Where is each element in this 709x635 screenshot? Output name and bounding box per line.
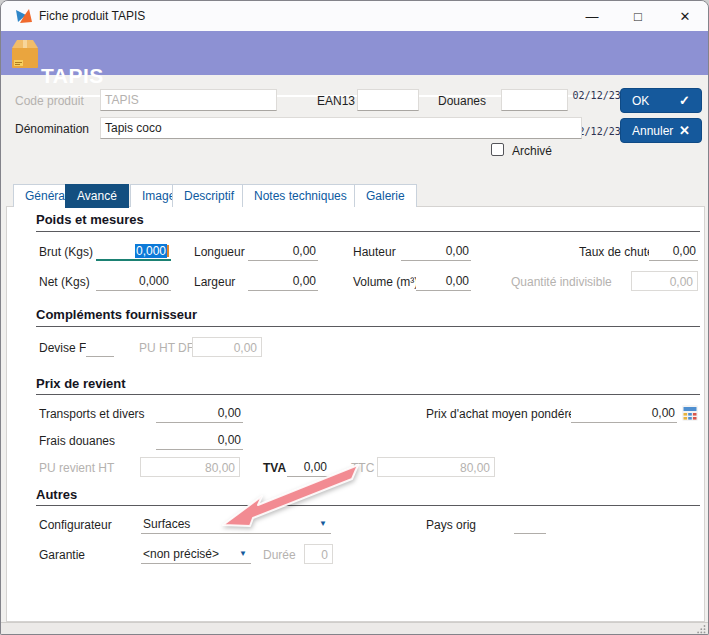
hauteur-label: Hauteur: [353, 245, 396, 259]
app-logo-icon: [14, 7, 32, 25]
transports-field[interactable]: 0,00: [156, 403, 243, 423]
tva-field[interactable]: 0,00: [287, 457, 329, 477]
brut-label: Brut (Kgs): [39, 245, 93, 259]
code-produit-label: Code produit: [15, 94, 84, 108]
pu-revient-ht-field: 80,00: [140, 457, 240, 477]
cancel-button[interactable]: Annuler ✕: [620, 118, 702, 143]
maximize-button[interactable]: □: [617, 1, 659, 31]
status-footer: [1, 622, 708, 635]
tab-descriptif[interactable]: Descriptif: [172, 184, 246, 207]
text-caret: [167, 245, 169, 257]
cancel-button-label: Annuler: [632, 124, 673, 138]
minimize-button[interactable]: —: [571, 1, 613, 31]
douanes-label: Douanes: [438, 94, 486, 108]
tab-notes-techniques[interactable]: Notes techniques: [242, 184, 359, 207]
ean13-label: EAN13: [317, 94, 355, 108]
duree-field: 0: [304, 544, 333, 564]
archive-label: Archivé: [512, 144, 552, 158]
section-divider: [36, 394, 700, 395]
configurateur-value: Surfaces: [143, 517, 190, 531]
section-divider: [36, 505, 700, 506]
section-title-poids: Poids et mesures: [36, 212, 144, 227]
resize-grip[interactable]: [696, 624, 706, 634]
brut-field[interactable]: 0,000: [96, 241, 171, 261]
tva-label: TVA: [263, 461, 286, 475]
frais-douanes-label: Frais douanes: [39, 434, 115, 448]
ok-button[interactable]: OK ✓: [620, 88, 702, 113]
product-sheet-window: Fiche produit TAPIS — □ ✕ TAPIS 3 02/12/…: [0, 0, 709, 635]
cross-icon: ✕: [679, 123, 690, 138]
quantite-indivisible-label: Quantité indivisible: [511, 275, 612, 289]
pays-orig-field[interactable]: [514, 514, 546, 534]
package-icon: [9, 36, 41, 70]
garantie-label: Garantie: [39, 548, 85, 562]
calculator-icon[interactable]: [682, 405, 698, 421]
section-divider: [36, 326, 700, 327]
tab-galerie[interactable]: Galerie: [354, 184, 417, 207]
garantie-dropdown[interactable]: <non précisé> ▼: [141, 544, 251, 564]
product-title: TAPIS: [41, 64, 104, 88]
transports-label: Transports et divers: [39, 407, 145, 421]
section-title-autres: Autres: [36, 487, 77, 502]
taux-de-chute-label: Taux de chute: [579, 245, 654, 259]
record-timestamps: 3 02/12/23 00:15:52 EN 02/12/23 00:20:49…: [554, 66, 699, 162]
pu-ht-df-label: PU HT DF: [139, 341, 194, 355]
volume-label: Volume (m³): [353, 275, 418, 289]
pu-ht-df-field: 0,00: [192, 337, 262, 357]
douanes-field[interactable]: [501, 89, 568, 111]
product-header: TAPIS 3 02/12/23 00:15:52 EN 02/12/23 00…: [1, 31, 708, 75]
window-title: Fiche produit TAPIS: [39, 9, 145, 23]
denomination-field[interactable]: Tapis coco: [100, 117, 582, 139]
devise-field[interactable]: [86, 337, 114, 357]
net-field[interactable]: 0,000: [96, 271, 171, 291]
section-divider: [36, 231, 700, 232]
hauteur-field[interactable]: 0,00: [401, 241, 471, 261]
ttc-field: 80,00: [377, 457, 495, 477]
close-button[interactable]: ✕: [664, 1, 706, 31]
devise-label: Devise F: [39, 341, 86, 355]
denomination-label: Dénomination: [15, 122, 89, 136]
taux-de-chute-field[interactable]: 0,00: [649, 241, 698, 261]
configurateur-label: Configurateur: [39, 518, 112, 532]
pamp-field[interactable]: 0,00: [571, 403, 677, 423]
brut-selected-text: 0,000: [135, 244, 167, 258]
quantite-indivisible-field: 0,00: [631, 271, 698, 291]
frais-douanes-field[interactable]: 0,00: [156, 430, 243, 450]
section-title-complements: Compléments fournisseur: [36, 307, 197, 322]
check-icon: ✓: [679, 93, 690, 108]
largeur-label: Largeur: [194, 275, 235, 289]
pamp-label: Prix d'achat moyen pondéré: [426, 407, 575, 421]
ok-button-label: OK: [632, 94, 649, 108]
archive-checkbox[interactable]: [491, 143, 504, 156]
pu-revient-ht-label: PU revient HT: [39, 461, 114, 475]
section-title-prix-de-revient: Prix de revient: [36, 376, 126, 391]
code-produit-field[interactable]: TAPIS: [100, 89, 277, 111]
tab-avance[interactable]: Avancé: [65, 184, 129, 208]
net-label: Net (Kgs): [39, 275, 90, 289]
chevron-down-icon: ▼: [239, 549, 247, 558]
chevron-down-icon: ▼: [319, 519, 327, 528]
largeur-field[interactable]: 0,00: [248, 271, 318, 291]
garantie-value: <non précisé>: [143, 547, 219, 561]
ttc-label: TTC: [351, 461, 374, 475]
titlebar: Fiche produit TAPIS — □ ✕: [1, 1, 708, 31]
pays-orig-label: Pays orig: [426, 518, 476, 532]
longueur-label: Longueur: [194, 245, 245, 259]
configurateur-dropdown[interactable]: Surfaces ▼: [141, 514, 331, 534]
longueur-field[interactable]: 0,00: [248, 241, 318, 261]
volume-field[interactable]: 0,00: [416, 271, 471, 291]
ean13-field[interactable]: [357, 89, 419, 111]
duree-label: Durée: [263, 548, 296, 562]
